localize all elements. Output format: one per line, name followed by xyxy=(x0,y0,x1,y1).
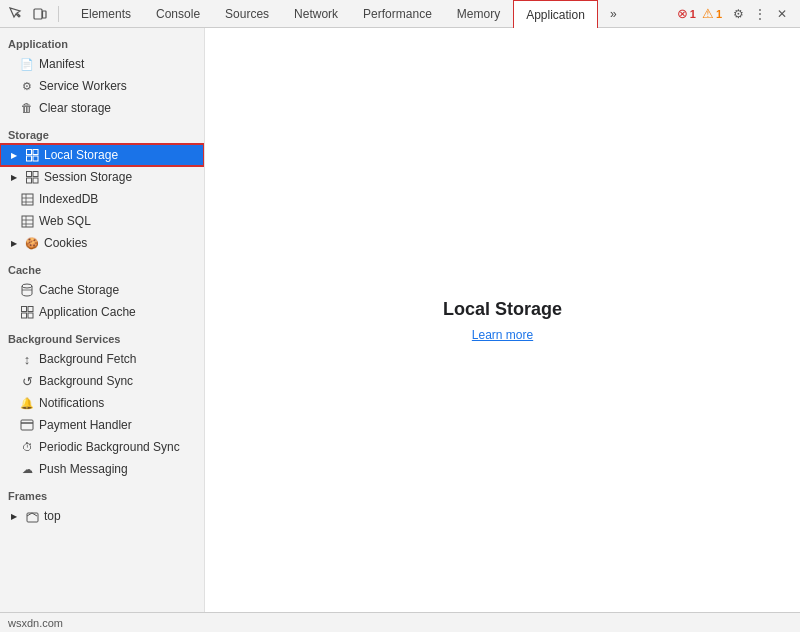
warn-badge: ⚠ 1 xyxy=(702,6,722,21)
sidebar-item-cookies[interactable]: 🍪 Cookies xyxy=(0,232,204,254)
inspect-icon[interactable] xyxy=(6,4,26,24)
tab-performance[interactable]: Performance xyxy=(351,0,445,27)
sidebar-item-cookies-label: Cookies xyxy=(44,236,87,250)
sidebar-item-frames-top[interactable]: top xyxy=(0,505,204,527)
session-storage-icon xyxy=(25,170,39,184)
periodic-background-sync-icon: ⏱ xyxy=(20,440,34,454)
tab-more[interactable]: » xyxy=(598,0,630,27)
sidebar-item-web-sql-label: Web SQL xyxy=(39,214,91,228)
sidebar-item-push-messaging[interactable]: ☁ Push Messaging xyxy=(0,458,204,480)
tab-memory[interactable]: Memory xyxy=(445,0,513,27)
background-fetch-icon: ↕ xyxy=(20,352,34,366)
sidebar-item-application-cache-label: Application Cache xyxy=(39,305,136,319)
sidebar-item-manifest-label: Manifest xyxy=(39,57,84,71)
learn-more-link[interactable]: Learn more xyxy=(472,328,533,342)
web-sql-icon xyxy=(20,214,34,228)
svg-rect-3 xyxy=(33,149,38,154)
sidebar-item-background-sync[interactable]: ↺ Background Sync xyxy=(0,370,204,392)
svg-rect-4 xyxy=(26,156,31,161)
sidebar-item-clear-storage-label: Clear storage xyxy=(39,101,111,115)
toolbar-right: ⊗ 1 ⚠ 1 ⚙ ⋮ ✕ xyxy=(669,4,800,24)
svg-rect-8 xyxy=(26,178,31,183)
toolbar-divider xyxy=(58,6,59,22)
svg-rect-22 xyxy=(21,313,26,318)
section-title-storage: Storage xyxy=(0,119,204,144)
sidebar-item-periodic-background-sync[interactable]: ⏱ Periodic Background Sync xyxy=(0,436,204,458)
sidebar-item-periodic-background-sync-label: Periodic Background Sync xyxy=(39,440,180,454)
sidebar-item-local-storage[interactable]: Local Storage xyxy=(0,144,204,166)
error-badge: ⊗ 1 xyxy=(677,6,696,21)
device-toggle-icon[interactable] xyxy=(30,4,50,24)
sidebar-item-notifications[interactable]: 🔔 Notifications xyxy=(0,392,204,414)
sidebar-item-frames-top-label: top xyxy=(44,509,61,523)
manifest-icon: 📄 xyxy=(20,57,34,71)
svg-rect-9 xyxy=(33,178,38,183)
section-title-application: Application xyxy=(0,28,204,53)
main-layout: Application 📄 Manifest ⚙ Service Workers… xyxy=(0,28,800,612)
push-messaging-icon: ☁ xyxy=(20,462,34,476)
svg-rect-1 xyxy=(43,11,47,18)
bottom-url: wsxdn.com xyxy=(8,617,63,629)
warn-icon: ⚠ xyxy=(702,6,714,21)
sidebar-item-local-storage-label: Local Storage xyxy=(44,148,118,162)
cookies-arrow xyxy=(8,237,20,249)
tab-application[interactable]: Application xyxy=(513,0,598,28)
section-title-cache: Cache xyxy=(0,254,204,279)
sidebar-item-background-fetch-label: Background Fetch xyxy=(39,352,136,366)
sidebar-item-manifest[interactable]: 📄 Manifest xyxy=(0,53,204,75)
sidebar-item-web-sql[interactable]: Web SQL xyxy=(0,210,204,232)
svg-rect-10 xyxy=(22,194,33,205)
svg-rect-20 xyxy=(21,306,26,311)
sidebar-item-session-storage[interactable]: Session Storage xyxy=(0,166,204,188)
sidebar-item-clear-storage[interactable]: 🗑 Clear storage xyxy=(0,97,204,119)
content-title: Local Storage xyxy=(443,299,562,320)
svg-rect-24 xyxy=(21,420,33,430)
svg-rect-26 xyxy=(27,513,38,522)
svg-rect-5 xyxy=(33,156,38,161)
sidebar-item-indexeddb-label: IndexedDB xyxy=(39,192,98,206)
settings-icon[interactable]: ⚙ xyxy=(728,4,748,24)
sidebar-item-service-workers-label: Service Workers xyxy=(39,79,127,93)
sidebar-item-background-sync-label: Background Sync xyxy=(39,374,133,388)
bottom-bar: wsxdn.com xyxy=(0,612,800,632)
svg-point-18 xyxy=(22,284,32,288)
sidebar-item-application-cache[interactable]: Application Cache xyxy=(0,301,204,323)
sidebar-item-cache-storage-label: Cache Storage xyxy=(39,283,119,297)
svg-rect-23 xyxy=(28,313,33,318)
error-count: 1 xyxy=(690,8,696,20)
svg-rect-6 xyxy=(26,171,31,176)
tab-sources[interactable]: Sources xyxy=(213,0,282,27)
sidebar-item-cache-storage[interactable]: Cache Storage xyxy=(0,279,204,301)
payment-handler-icon xyxy=(20,418,34,432)
sidebar-item-payment-handler-label: Payment Handler xyxy=(39,418,132,432)
svg-rect-7 xyxy=(33,171,38,176)
frames-top-arrow xyxy=(8,510,20,522)
section-title-frames: Frames xyxy=(0,480,204,505)
toolbar-action-icons: ⚙ ⋮ ✕ xyxy=(728,4,792,24)
clear-storage-icon: 🗑 xyxy=(20,101,34,115)
sidebar-item-payment-handler[interactable]: Payment Handler xyxy=(0,414,204,436)
tab-network[interactable]: Network xyxy=(282,0,351,27)
application-cache-icon xyxy=(20,305,34,319)
cache-storage-icon xyxy=(20,283,34,297)
more-options-icon[interactable]: ⋮ xyxy=(750,4,770,24)
close-icon[interactable]: ✕ xyxy=(772,4,792,24)
sidebar-item-service-workers[interactable]: ⚙ Service Workers xyxy=(0,75,204,97)
main-content: Local Storage Learn more xyxy=(205,28,800,612)
sidebar-item-background-fetch[interactable]: ↕ Background Fetch xyxy=(0,348,204,370)
notifications-icon: 🔔 xyxy=(20,396,34,410)
session-storage-arrow xyxy=(8,171,20,183)
toolbar-tabs: Elements Console Sources Network Perform… xyxy=(69,0,669,27)
devtools-toolbar: Elements Console Sources Network Perform… xyxy=(0,0,800,28)
sidebar: Application 📄 Manifest ⚙ Service Workers… xyxy=(0,28,205,612)
sidebar-item-indexeddb[interactable]: IndexedDB xyxy=(0,188,204,210)
tab-elements[interactable]: Elements xyxy=(69,0,144,27)
svg-rect-2 xyxy=(26,149,31,154)
warn-count: 1 xyxy=(716,8,722,20)
sidebar-item-push-messaging-label: Push Messaging xyxy=(39,462,128,476)
background-sync-icon: ↺ xyxy=(20,374,34,388)
sidebar-item-session-storage-label: Session Storage xyxy=(44,170,132,184)
tab-console[interactable]: Console xyxy=(144,0,213,27)
cookies-icon: 🍪 xyxy=(25,236,39,250)
toolbar-left-icons xyxy=(0,4,69,24)
